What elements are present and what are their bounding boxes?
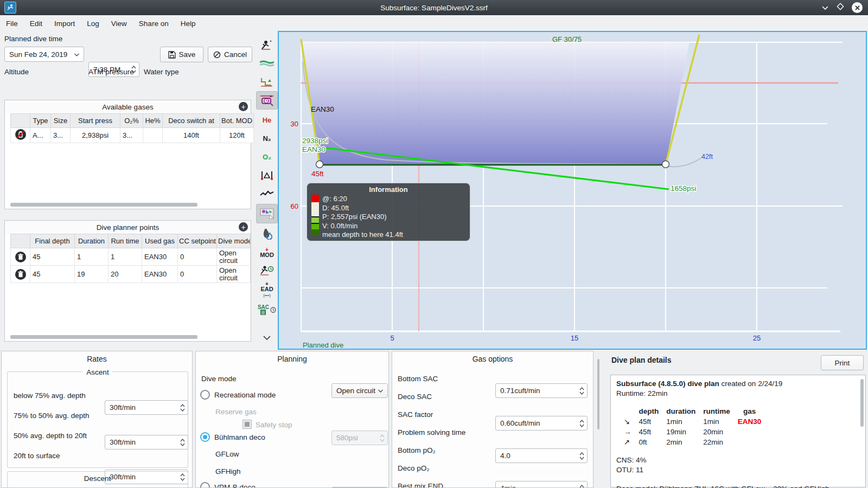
date-combobox[interactable]: Sun Feb 24, 2019 [4,47,84,62]
rate-label: 75% to 50% avg. depth [14,412,90,420]
point-setpoint[interactable]: 0 [178,248,217,266]
gases-hscrollbar[interactable] [10,203,197,207]
menu-edit[interactable]: Edit [24,17,48,30]
gas-he[interactable] [143,128,163,143]
notes-vscrollbar[interactable] [860,379,864,427]
oxygen-toggle[interactable]: O₂ [256,149,278,165]
bottom-vscrollbar[interactable] [597,359,599,429]
point-depth[interactable]: 45 [30,266,75,283]
point-depth[interactable]: 45 [30,248,75,266]
toolbar-scroll-down-icon[interactable] [256,330,278,346]
gas-bot-mod[interactable]: 120ft [220,128,254,143]
point-duration[interactable]: 1 [75,248,108,266]
gas-size[interactable]: 3... [51,128,71,143]
delete-point-icon[interactable] [15,269,26,280]
point-duration[interactable]: 19 [75,266,108,283]
rate-spinbox[interactable]: 30ft/min [105,400,188,415]
bottom-sac-spinbox[interactable]: 0.71cuft/min [495,383,588,398]
spinner-arrows-icon[interactable] [180,401,185,414]
maximize-icon[interactable] [837,3,844,12]
points-col-runtime[interactable]: Run time [108,234,142,248]
gases-col-he[interactable]: He% [143,114,163,128]
table-row[interactable]: A... 3... 2,938psi 3... 140ft 120ft 98f [11,128,254,143]
cylinder-in-use-icon[interactable] [15,129,26,140]
spinner-arrows-icon[interactable] [579,481,584,488]
points-col-depth[interactable]: Final depth [30,234,75,248]
point-gas[interactable]: EAN30 [142,266,178,283]
profile-toggle-icon[interactable] [256,91,278,110]
tooltip-time: @: 6:20 [322,195,403,204]
point-mode[interactable]: Open circuit [217,266,251,283]
menu-file[interactable]: File [0,17,24,30]
print-button[interactable]: Print [821,355,864,370]
vpmb-deco-radio[interactable] [200,482,210,488]
menu-share-on[interactable]: Share on [133,17,175,30]
reserve-gas-value: 580psi [336,434,358,442]
menu-import[interactable]: Import [48,17,81,30]
spinner-arrows-icon[interactable] [180,435,185,449]
menu-help[interactable]: Help [175,17,202,30]
menu-log[interactable]: Log [81,17,105,30]
point-setpoint[interactable]: 0 [178,266,217,283]
spinner-arrows-icon[interactable] [579,384,584,397]
point-gas[interactable]: EAN30 [142,248,178,266]
recreational-mode-radio[interactable] [200,390,210,400]
add-point-button[interactable]: + [239,222,248,232]
save-button[interactable]: Save [160,47,203,62]
spinner-arrows-icon[interactable] [579,449,584,463]
table-row[interactable]: 45 1 1 EAN30 0 Open circuit [11,248,251,266]
nitrogen-toggle[interactable]: N₂ [256,130,278,146]
points-col-duration[interactable]: Duration [75,234,108,248]
heartrate-icon[interactable] [256,185,278,202]
planning-title: Planning [196,351,388,363]
water-surface-icon[interactable] [256,55,278,72]
gas-start-press[interactable]: 2,938psi [71,128,120,143]
close-icon[interactable] [852,2,863,13]
ceiling-icon[interactable] [256,74,278,90]
dive-profile-chart[interactable]: GF 30/75 EAN30 2938psi EAN30 1658psi 45f… [278,31,867,350]
helium-toggle[interactable]: He [256,112,278,128]
buhlmann-deco-radio[interactable] [200,432,210,442]
menu-view[interactable]: View [105,17,133,30]
points-col-gas[interactable]: Used gas [142,234,178,248]
gas-pictogram-icon[interactable] [256,226,278,242]
gases-col-startpress[interactable]: Start press [71,114,120,128]
point-runtime[interactable]: 20 [108,266,142,283]
ascent-rate-icon[interactable] [256,37,278,53]
gases-col-type[interactable]: Type [30,114,51,128]
tooltip-meandepth: mean depth to here 41.4ft [322,230,403,240]
cancel-button[interactable]: Cancel [208,47,252,62]
gases-col-decoswitch[interactable]: Deco switch at [163,114,220,128]
ruler-icon[interactable] [256,167,278,183]
atm-pressure-label: ATM pressure [88,68,134,76]
save-label: Save [179,50,196,59]
minimize-icon[interactable] [821,3,829,12]
sac-factor-spinbox[interactable]: 4.0 [495,448,588,463]
table-row[interactable]: 45 19 20 EAN30 0 Open circuit [11,266,251,283]
diver-time-icon[interactable] [256,262,278,279]
ead-toggle[interactable]: + EAD (•••) [256,281,278,297]
delete-point-icon[interactable] [15,252,26,262]
rate-spinbox[interactable]: 30ft/min [105,435,188,450]
add-gas-button[interactable]: + [239,102,248,111]
points-hscrollbar[interactable] [10,335,197,339]
spinner-arrows-icon[interactable] [579,416,584,430]
gas-o2[interactable]: 3... [120,128,143,143]
gas-type[interactable]: A... [30,128,51,143]
point-runtime[interactable]: 1 [108,248,142,266]
dive-mode-combobox[interactable]: Open circuit [331,383,388,398]
deco-sac-spinbox[interactable]: 0.60cuft/min [495,416,588,431]
point-mode[interactable]: Open circuit [217,248,251,266]
sac-toggle[interactable]: SAC [256,301,278,318]
points-col-mode[interactable]: Dive mode [217,234,251,248]
gas-deco-switch[interactable]: 140ft [163,128,220,143]
problem-time-spinbox[interactable]: 4min [495,481,588,488]
gases-col-o2[interactable]: O₂% [120,114,143,128]
mod-toggle[interactable]: + MOD [256,244,278,260]
dive-plan-notes[interactable]: Subsurface (4.8.5.0) dive plan created o… [610,375,866,487]
rate-value: 30ft/min [110,438,136,446]
gases-col-size[interactable]: Size [51,114,71,128]
photos-toggle-icon[interactable] [256,204,278,223]
points-col-setpoint[interactable]: CC setpoint [178,234,217,248]
gases-col-botmod[interactable]: Bot. MOD [220,114,254,128]
